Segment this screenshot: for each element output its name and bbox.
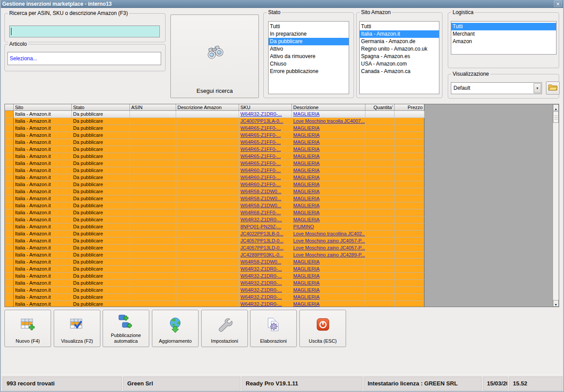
cell-sku[interactable]: JC4057PP13LD-0... (239, 238, 292, 245)
cell-descrizione[interactable]: Love Moschino tracolla JC4007... (292, 118, 365, 125)
cell-descrizione-link[interactable]: Love Moschino tracolla JC4007... (293, 118, 365, 124)
column-header-sku[interactable]: SKU (239, 104, 292, 111)
cell-descrizione-link[interactable]: MAGLIERIA (293, 217, 320, 222)
cell-sku-link[interactable]: W64R58-Z1DW0... (240, 203, 281, 208)
column-header-prezzo[interactable]: Prezzo (394, 104, 424, 111)
column-header-asin[interactable]: ASIN (130, 104, 176, 111)
cell-sku-link[interactable]: W64R60-Z1FF0-... (240, 182, 281, 187)
table-row[interactable]: Italia - Amazon.itDa pubblicareW64R65-Z1… (5, 146, 424, 153)
cell-sku-link[interactable]: W64R32-Z1DR0-... (240, 280, 282, 286)
cell-descrizione-link[interactable]: MAGLIERIA (293, 280, 320, 286)
table-vertical-scrollbar[interactable] (553, 104, 559, 307)
table-row[interactable]: Italia - Amazon.itDa pubblicareW64R58-Z1… (5, 188, 424, 195)
cell-sku-link[interactable]: W64R65-Z1FF0-... (240, 147, 281, 152)
cell-descrizione-link[interactable]: MAGLIERIA (293, 189, 320, 194)
table-row[interactable]: Italia - Amazon.itDa pubblicareW64R32-Z1… (5, 287, 424, 294)
cell-sku-link[interactable]: 8NPQ01-PN29Z-... (240, 224, 281, 229)
cell-sku[interactable]: W64R65-Z1FF0-... (239, 153, 292, 160)
cell-descrizione[interactable]: MAGLIERIA (292, 139, 365, 146)
cell-descrizione-link[interactable]: MAGLIERIA (293, 132, 320, 138)
table-row[interactable]: Italia - Amazon.itDa pubblicareW64R65-Z1… (5, 132, 424, 139)
cell-sku[interactable]: W64R68-Z1FF0-... (239, 209, 292, 216)
cell-descrizione-link[interactable]: MAGLIERIA (293, 301, 320, 307)
option-amazon[interactable]: Amazon (451, 38, 556, 45)
table-row[interactable]: Italia - Amazon.itDa pubblicareW64R32-Z1… (5, 216, 424, 223)
cell-sku-link[interactable]: W64R58-Z1DW0... (240, 259, 281, 264)
impostazioni-button[interactable]: Impostazioni (201, 310, 248, 347)
esegui-ricerca-button[interactable]: Esegui ricerca (170, 15, 259, 98)
table-row[interactable]: Italia - Amazon.itDa pubblicareW64R32-Z1… (5, 280, 424, 287)
table-row[interactable]: Italia - Amazon.itDa pubblicareW64R60-Z1… (5, 167, 424, 174)
column-header-quantita[interactable]: Quantita' (365, 104, 394, 111)
cell-sku-link[interactable]: W64R32-Z1DR0-... (240, 301, 282, 307)
scroll-up-button[interactable] (553, 104, 559, 111)
cell-descrizione[interactable]: Love Moschino tracollina JC402... (292, 231, 365, 238)
table-row[interactable]: Italia - Amazon.itDa pubblicareW64R65-Z1… (5, 139, 424, 146)
articolo-selector[interactable]: Seleziona... (7, 52, 161, 65)
cell-descrizione[interactable]: MAGLIERIA (292, 174, 365, 181)
cell-descrizione[interactable]: MAGLIERIA (292, 132, 365, 139)
cell-sku-link[interactable]: JC4289PP03KL-0... (240, 252, 283, 257)
cell-descrizione-link[interactable]: MAGLIERIA (293, 154, 320, 159)
cell-sku[interactable]: JC4289PP03KL-0... (239, 252, 292, 259)
cell-sku[interactable]: W64R32-Z1DR0-... (239, 216, 292, 223)
option-germania-amazon-de[interactable]: Germania - Amazon.de (360, 38, 439, 45)
cell-descrizione[interactable]: MAGLIERIA (292, 259, 365, 266)
option-italia-amazon-it[interactable]: Italia - Amazon.it (360, 30, 439, 38)
cell-descrizione-link[interactable]: MAGLIERIA (293, 161, 320, 166)
table-row[interactable]: Italia - Amazon.itDa pubblicareJC4007PP1… (5, 118, 424, 125)
cell-descrizione[interactable]: MAGLIERIA (292, 294, 365, 301)
table-row[interactable]: Italia - Amazon.itDa pubblicareW64R58-Z1… (5, 202, 424, 209)
cell-sku[interactable]: W64R65-Z1FF0-... (239, 132, 292, 139)
table-row[interactable]: Italia - Amazon.itDa pubblicareW64R58-Z1… (5, 195, 424, 202)
cell-sku-link[interactable]: W64R65-Z1FF0-... (240, 125, 281, 131)
close-button[interactable]: ✕ (554, 0, 562, 7)
cell-sku[interactable]: JC4022PP13LB-0... (239, 231, 292, 238)
option-merchant[interactable]: Merchant (451, 30, 556, 38)
title-bar[interactable]: Gestione inserzioni marketplace - intern… (0, 0, 564, 8)
cell-sku-link[interactable]: JC4057PP13LD-0... (240, 245, 284, 250)
table-row[interactable]: Italia - Amazon.itDa pubblicareJC4057PP1… (5, 245, 424, 252)
open-view-button[interactable] (546, 81, 560, 95)
cell-descrizione-link[interactable]: MAGLIERIA (293, 111, 320, 117)
search-input[interactable] (9, 26, 160, 37)
cell-descrizione-link[interactable]: MAGLIERIA (293, 266, 320, 271)
option-attivo[interactable]: Attivo (269, 45, 349, 53)
cell-sku-link[interactable]: JC4022PP13LB-0... (240, 231, 283, 236)
cell-sku-link[interactable]: W64R32-Z1DR0-... (240, 294, 282, 300)
table-row[interactable]: Italia - Amazon.itDa pubblicareW64R32-Z1… (5, 301, 424, 307)
cell-sku-link[interactable]: W64R68-Z1FF0-... (240, 210, 281, 215)
cell-descrizione-link[interactable]: Love Moschino tracollina JC402... (293, 231, 365, 236)
cell-sku-link[interactable]: W64R32-Z1DR0-... (240, 266, 282, 271)
cell-descrizione-link[interactable]: MAGLIERIA (293, 210, 320, 215)
cell-descrizione[interactable]: MAGLIERIA (292, 125, 365, 132)
visualizza-button[interactable]: Visualizza (F2) (54, 310, 100, 347)
cell-sku[interactable]: W64R58-Z1DW0... (239, 188, 292, 195)
cell-descrizione[interactable]: Love Moschino zaino JC4057-P... (292, 238, 365, 245)
cell-sku-link[interactable]: W64R32-Z1DR0-... (240, 287, 282, 293)
table-row[interactable]: Italia - Amazon.itDa pubblicareJC4289PP0… (5, 252, 424, 259)
cell-descrizione[interactable]: MAGLIERIA (292, 160, 365, 167)
table-row[interactable]: Italia - Amazon.itDa pubblicareW64R65-Z1… (5, 160, 424, 167)
cell-descrizione-link[interactable]: PIUMINO (293, 224, 314, 229)
cell-sku-link[interactable]: W64R32-Z1DR0-... (240, 217, 282, 222)
cell-sku-link[interactable]: W64R32-Z1DR0-... (240, 111, 282, 117)
cell-descrizione[interactable]: MAGLIERIA (292, 167, 365, 174)
cell-descrizione[interactable]: MAGLIERIA (292, 280, 365, 287)
cell-descrizione-link[interactable]: MAGLIERIA (293, 182, 320, 187)
table-row[interactable]: Italia - Amazon.itDa pubblicareW64R65-Z1… (5, 153, 424, 160)
option-attivo-da-rimuovere[interactable]: Attivo da rimuovere (269, 53, 349, 60)
visualizzazione-select[interactable]: Default (451, 82, 542, 94)
cell-descrizione[interactable]: MAGLIERIA (292, 266, 365, 273)
cell-descrizione-link[interactable]: MAGLIERIA (293, 168, 320, 173)
elaborazioni-button[interactable]: Elaborazioni (250, 310, 297, 347)
cell-descrizione[interactable]: MAGLIERIA (292, 301, 365, 307)
cell-sku[interactable]: JC4007PP13LA-0... (239, 118, 292, 125)
cell-sku-link[interactable]: W64R58-Z1DW0... (240, 196, 281, 201)
cell-sku[interactable]: JC4057PP13LD-0... (239, 245, 292, 252)
option-chiuso[interactable]: Chiuso (269, 60, 349, 68)
cell-sku-link[interactable]: W64R60-Z1FF0-... (240, 168, 281, 173)
option-tutti[interactable]: Tutti (360, 23, 439, 30)
table-row[interactable]: Italia - Amazon.itDa pubblicareW64R32-Z1… (5, 294, 424, 301)
scroll-down-button[interactable] (553, 300, 559, 307)
